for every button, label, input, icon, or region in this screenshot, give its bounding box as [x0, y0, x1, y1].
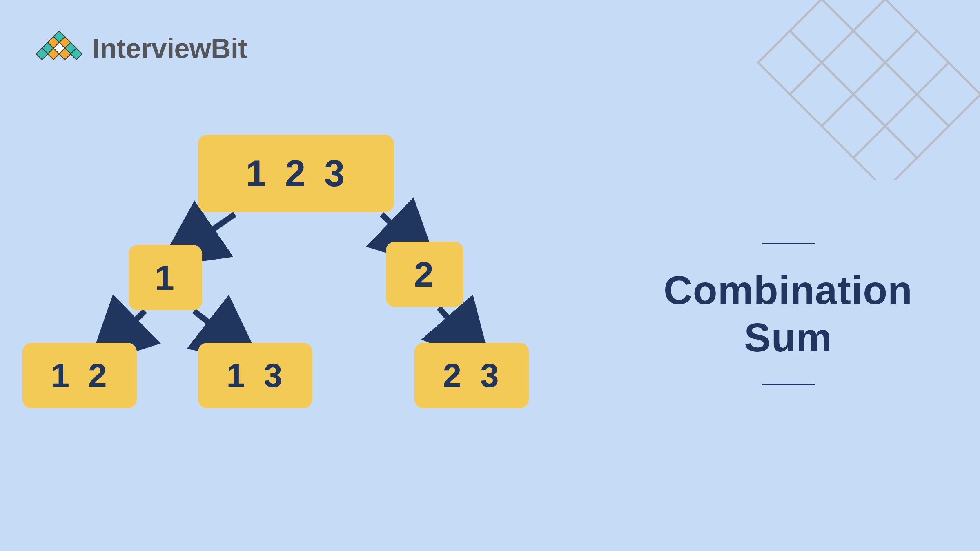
tree-node-12: 1 2 [22, 343, 137, 408]
title-line-1: Combination [645, 267, 931, 314]
node-value: 1 [51, 356, 71, 395]
node-value: 2 [285, 153, 307, 195]
brand-logo: InterviewBit [33, 29, 247, 67]
page-title: Combination Sum [645, 267, 931, 361]
title-rule-bottom [762, 384, 815, 385]
svg-rect-12 [885, 31, 949, 95]
page-title-block: Combination Sum [645, 243, 931, 385]
tree-node-1: 1 [129, 245, 202, 310]
tree-node-23: 2 3 [414, 343, 529, 408]
svg-rect-17 [885, 94, 949, 158]
svg-line-24 [382, 214, 414, 246]
tree-node-2: 2 [386, 242, 463, 307]
node-value: 2 [414, 254, 435, 295]
tree-node-13: 1 3 [198, 343, 312, 408]
title-line-2: Sum [645, 314, 931, 362]
svg-rect-13 [917, 62, 980, 126]
node-value: 1 [226, 356, 247, 395]
svg-rect-16 [853, 62, 917, 126]
node-value: 1 [246, 153, 268, 195]
title-rule-top [762, 243, 815, 244]
svg-rect-15 [822, 31, 885, 95]
brand-name: InterviewBit [92, 32, 247, 64]
svg-line-23 [186, 214, 235, 248]
svg-rect-11 [853, 0, 917, 62]
svg-rect-19 [790, 62, 853, 126]
logo-mark-icon [33, 29, 86, 67]
svg-line-25 [112, 311, 145, 343]
svg-rect-18 [758, 31, 822, 95]
svg-line-26 [194, 311, 235, 343]
node-value: 3 [324, 153, 346, 195]
node-value: 2 [443, 356, 463, 395]
node-value: 2 [88, 356, 109, 395]
svg-rect-20 [822, 94, 885, 158]
node-value: 1 [155, 258, 176, 298]
svg-rect-21 [853, 126, 917, 180]
svg-rect-14 [790, 0, 853, 62]
svg-line-27 [439, 308, 470, 343]
decorative-lattice-icon [710, 0, 980, 180]
combination-tree-diagram: 1 2 3 1 2 1 2 1 3 2 3 [22, 135, 574, 420]
node-value: 3 [480, 356, 501, 395]
tree-node-root: 1 2 3 [198, 135, 394, 212]
svg-rect-10 [822, 0, 885, 31]
node-value: 3 [264, 356, 284, 395]
